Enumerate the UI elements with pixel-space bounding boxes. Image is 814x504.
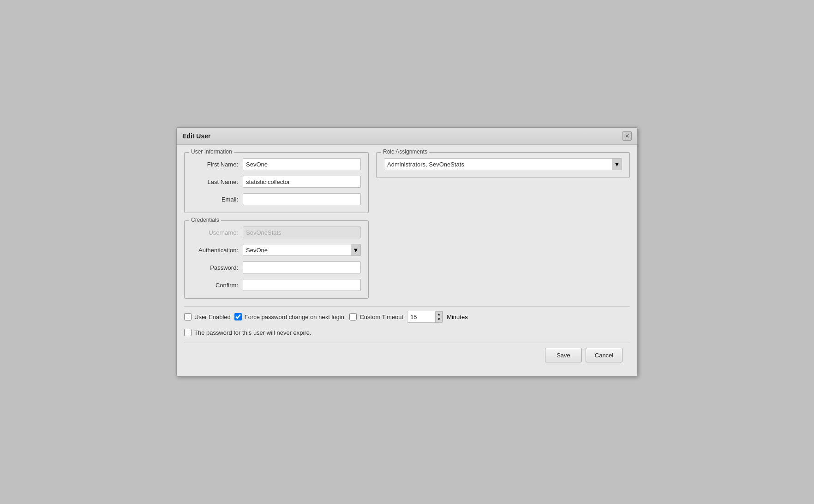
last-name-input[interactable] <box>243 176 361 188</box>
email-label: Email: <box>192 196 243 203</box>
user-enabled-checkbox[interactable] <box>184 313 192 320</box>
force-password-checkbox-row: Force password change on next login. <box>234 310 346 323</box>
credentials-section: Credentials Username: Authentication: Se… <box>184 220 369 299</box>
dialog-footer: Save Cancel <box>184 343 630 369</box>
timeout-input-wrapper: ▲ ▼ <box>407 311 443 323</box>
authentication-select-wrapper: SevOne LDAP Local ▼ <box>243 244 361 256</box>
confirm-label: Confirm: <box>192 282 243 289</box>
options-row-1: User Enabled Force password change on ne… <box>184 310 630 323</box>
email-row: Email: <box>192 193 361 205</box>
last-name-label: Last Name: <box>192 178 243 185</box>
never-expire-label: The password for this user will never ex… <box>194 329 311 336</box>
user-enabled-label: User Enabled <box>194 314 231 320</box>
username-label: Username: <box>192 229 243 236</box>
minutes-label: Minutes <box>447 314 468 320</box>
custom-timeout-label: Custom Timeout <box>359 314 403 320</box>
user-information-section: User Information First Name: Last Name: … <box>184 152 369 213</box>
username-input <box>243 226 361 238</box>
force-password-checkbox[interactable] <box>234 313 242 320</box>
timeout-input[interactable] <box>407 311 435 322</box>
cancel-button[interactable]: Cancel <box>586 348 622 362</box>
role-assignments-legend: Role Assignments <box>381 148 429 155</box>
confirm-input[interactable] <box>243 279 361 291</box>
custom-timeout-checkbox-row: Custom Timeout <box>349 310 403 323</box>
password-label: Password: <box>192 264 243 271</box>
password-input[interactable] <box>243 261 361 273</box>
authentication-label: Authentication: <box>192 247 243 254</box>
spinner-down-button[interactable]: ▼ <box>435 317 443 322</box>
force-password-label: Force password change on next login. <box>245 314 346 320</box>
never-expire-checkbox[interactable] <box>184 329 192 336</box>
role-select-wrapper: Administrators, SevOneStats Administrato… <box>384 158 622 170</box>
authentication-row: Authentication: SevOne LDAP Local ▼ <box>192 244 361 256</box>
dialog-content: User Information First Name: Last Name: … <box>184 152 630 299</box>
dialog-body: User Information First Name: Last Name: … <box>177 145 637 376</box>
timeout-spinner: ▲ ▼ <box>435 311 443 322</box>
edit-user-dialog: Edit User ✕ User Information First Name:… <box>176 127 638 377</box>
dialog-title: Edit User <box>182 132 210 140</box>
close-button[interactable]: ✕ <box>622 131 632 141</box>
credentials-legend: Credentials <box>189 217 221 223</box>
bottom-options: User Enabled Force password change on ne… <box>184 306 630 341</box>
last-name-row: Last Name: <box>192 176 361 188</box>
first-name-input[interactable] <box>243 158 361 170</box>
email-input[interactable] <box>243 193 361 205</box>
first-name-row: First Name: <box>192 158 361 170</box>
left-column: User Information First Name: Last Name: … <box>184 152 369 299</box>
options-row-2: The password for this user will never ex… <box>184 326 630 339</box>
role-assignments-select[interactable]: Administrators, SevOneStats Administrato… <box>384 158 622 170</box>
authentication-select[interactable]: SevOne LDAP Local <box>243 244 361 256</box>
first-name-label: First Name: <box>192 161 243 168</box>
custom-timeout-checkbox[interactable] <box>349 313 357 320</box>
username-row: Username: <box>192 226 361 238</box>
user-enabled-checkbox-row: User Enabled <box>184 310 231 323</box>
confirm-row: Confirm: <box>192 279 361 291</box>
dialog-titlebar: Edit User ✕ <box>177 128 637 145</box>
save-button[interactable]: Save <box>545 348 582 362</box>
spinner-up-button[interactable]: ▲ <box>435 311 443 317</box>
user-information-legend: User Information <box>189 148 234 155</box>
password-row: Password: <box>192 261 361 273</box>
role-assignments-section: Role Assignments Administrators, SevOneS… <box>376 152 630 178</box>
right-column: Role Assignments Administrators, SevOneS… <box>376 152 630 299</box>
never-expire-checkbox-row: The password for this user will never ex… <box>184 326 311 339</box>
